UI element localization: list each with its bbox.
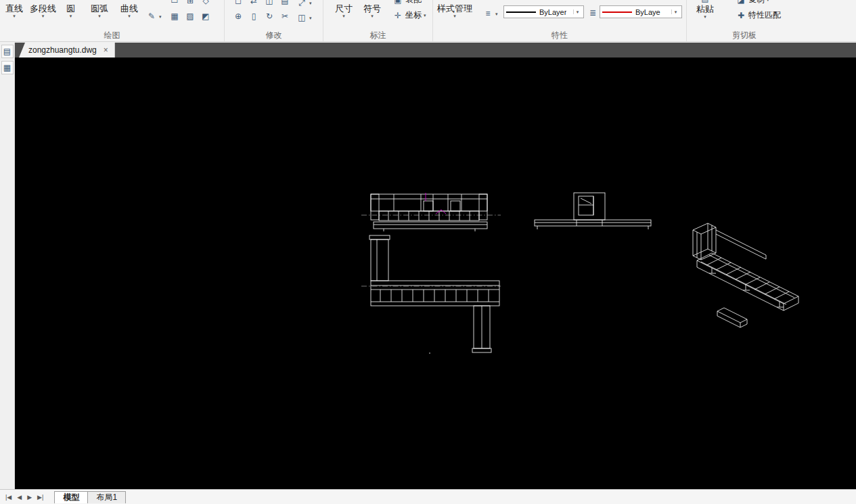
grid-icon [185,0,196,6]
front-view [361,194,501,231]
ribbon-group-properties: 样式管理 ByLayer ByLayer 特性 [433,0,687,42]
tab-layout1[interactable]: 布局1 [87,491,126,503]
ribbon-group-draw: 直线 多段线 圆 圆弧 曲线 绘 [0,0,225,42]
dimension-button-label: 尺寸 [335,3,353,14]
coordinate-button[interactable]: 坐标 [392,9,426,21]
lineweight-icon[interactable] [587,7,598,18]
scale-icon [296,0,307,8]
library-tool-button[interactable]: ▦ [1,61,14,74]
paste-button-label: 粘贴 [696,4,714,14]
tab-model[interactable]: 模型 [54,491,88,503]
polyline-button[interactable]: 多段线 [30,3,56,18]
paste-button[interactable]: 粘贴 [696,0,714,19]
hatch-icon [185,11,196,22]
move-tool-button[interactable] [231,9,245,23]
previous-tab-icon[interactable]: ◀ [14,494,24,501]
array-icon [279,0,290,6]
coordinate-icon [392,10,403,21]
rotate-tool-button[interactable] [263,9,276,23]
chevron-down-icon[interactable] [309,1,312,5]
next-tab-icon[interactable]: ▶ [24,494,35,501]
drawing-canvas[interactable] [15,58,856,489]
last-tab-icon[interactable]: ▶| [35,494,46,501]
dimension-button[interactable]: 尺寸 [335,3,353,18]
draw-group-label: 绘图 [0,30,224,41]
chevron-down-icon[interactable] [13,14,16,18]
match-properties-button[interactable]: 特性匹配 [736,9,781,21]
arc-button[interactable]: 圆弧 [91,3,108,18]
grid-tool-button[interactable] [183,0,197,7]
chevron-down-icon[interactable] [128,14,131,18]
chevron-down-icon[interactable] [342,14,345,18]
chevron-down-icon[interactable] [159,14,162,19]
linetype-dropdown[interactable] [482,8,498,19]
copy-object-icon [248,11,259,22]
hatch-tool-button[interactable] [183,9,197,23]
style-manager-label: 样式管理 [437,3,472,14]
offset-icon [264,0,275,6]
lineweight-value: ByLayer [539,8,566,16]
assembly-button[interactable]: 装配 [392,0,422,5]
line-button[interactable]: 直线 [5,3,23,18]
coordinate-button-label: 坐标 [405,9,422,21]
chevron-down-icon[interactable] [70,14,72,18]
chevron-down-icon[interactable] [371,14,374,18]
chevron-down-icon[interactable] [671,9,679,14]
pattern-tool-button[interactable] [168,9,181,23]
drawing-frame-tool-button[interactable]: ▤ [1,45,14,58]
line-button-label: 直线 [5,3,23,14]
rectangle-tool-button[interactable] [168,0,181,7]
assembly-icon [392,0,403,5]
chevron-down-icon[interactable] [495,12,498,16]
ribbon-group-modify: 修改 [225,0,323,42]
rectangle-icon [169,0,180,6]
chevron-down-icon[interactable] [573,9,581,14]
circle-button[interactable]: 圆 [66,3,75,18]
pencil-icon [146,11,157,22]
selection-highlight [426,193,446,214]
copy-button[interactable]: 复制 [736,0,769,5]
tab-model-label: 模型 [63,492,79,503]
symbol-button[interactable]: 符号 [363,3,381,18]
mirror-icon [248,0,259,6]
color-combobox[interactable]: ByLayer [600,5,682,18]
linetype-icon [482,8,493,19]
modify-dropdown-2[interactable] [296,12,312,23]
erase-tool-button[interactable] [231,0,245,7]
scissors-icon [279,11,290,22]
eraser-icon [233,0,244,6]
symbol-button-label: 符号 [363,3,381,14]
chevron-down-icon[interactable] [453,14,456,18]
plan-view [361,235,501,354]
isometric-view [693,223,798,327]
document-tab[interactable]: zongzhuangtu.dwg × [19,43,115,58]
modify-dropdown-1[interactable] [296,0,312,8]
style-manager-button[interactable]: 样式管理 [437,3,472,18]
polygon-icon [200,0,211,6]
array-tool-button[interactable] [278,0,292,7]
spline-button[interactable]: 曲线 [120,3,138,18]
fill-tool-button[interactable] [199,9,212,23]
offset-tool-button[interactable] [263,0,276,7]
ribbon: 直线 多段线 圆 圆弧 曲线 绘 [0,0,856,42]
mirror-tool-button[interactable] [247,0,261,7]
close-icon[interactable]: × [104,45,108,55]
lineweight-combobox[interactable]: ByLayer [503,5,584,18]
chevron-down-icon[interactable] [309,16,312,20]
chevron-down-icon[interactable] [424,13,426,18]
chevron-down-icon[interactable] [704,14,706,19]
move-icon [233,11,244,22]
color-value: ByLayer [635,8,660,16]
first-tab-icon[interactable]: |◀ [3,494,14,501]
chevron-down-icon[interactable] [42,14,45,18]
clipboard-group-label: 剪切板 [687,30,802,41]
chevron-down-icon[interactable] [98,14,101,18]
trim-tool-button[interactable] [278,9,292,23]
polygon-tool-button[interactable] [199,0,212,7]
chevron-down-icon[interactable] [767,0,769,2]
sketch-button[interactable] [146,11,162,22]
tab-layout1-label: 布局1 [96,492,117,503]
match-properties-icon [736,10,746,21]
copy-object-tool-button[interactable] [247,9,261,23]
sheet-tab-bar: |◀ ◀ ▶ ▶| 模型 布局1 [0,489,856,504]
